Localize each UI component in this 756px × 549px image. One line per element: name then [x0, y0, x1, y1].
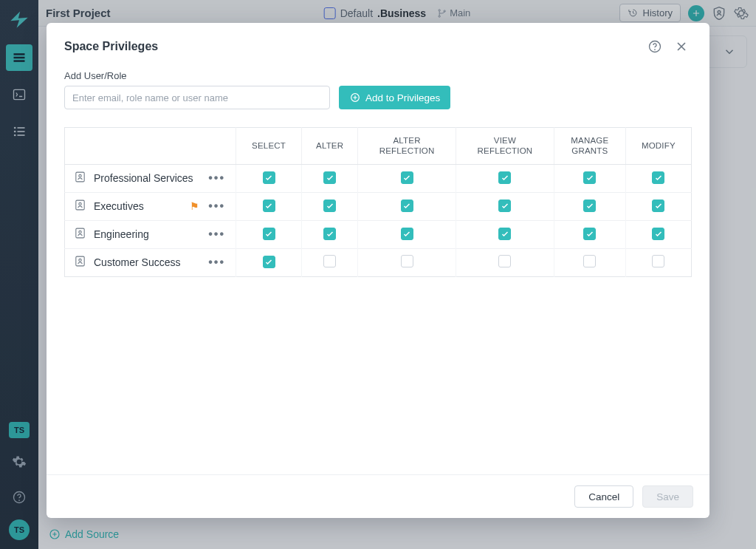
col-view-reflection: VIEWREFLECTION [456, 128, 554, 165]
col-alter-reflection: ALTERREFLECTION [358, 128, 456, 165]
checkbox-select[interactable] [263, 171, 275, 184]
space-privileges-modal: Space Privileges Add User/Role Add to Pr… [47, 23, 709, 518]
checkbox-alter[interactable] [323, 171, 336, 184]
table-row: Customer Success••• [65, 248, 692, 276]
svg-point-21 [79, 174, 81, 177]
checkbox-alter-reflection[interactable] [401, 200, 413, 212]
modal-title: Space Privileges [64, 40, 158, 53]
role-icon [74, 171, 86, 186]
modal-help-icon[interactable] [645, 36, 665, 57]
checkbox-alter[interactable] [323, 200, 336, 212]
add-user-label: Add User/Role [64, 70, 692, 81]
checkbox-alter-reflection[interactable] [401, 255, 413, 267]
role-icon [74, 255, 86, 270]
checkbox-select[interactable] [263, 228, 275, 240]
role-name: Professional Services [94, 172, 199, 184]
checkbox-modify[interactable] [652, 200, 664, 212]
table-row: Professional Services••• [65, 164, 692, 192]
checkbox-manage-grants[interactable] [583, 255, 596, 267]
checkbox-modify[interactable] [652, 171, 664, 184]
svg-point-25 [79, 231, 81, 233]
checkbox-alter[interactable] [323, 228, 336, 240]
svg-point-27 [79, 259, 81, 261]
row-menu-icon[interactable]: ••• [207, 256, 227, 269]
add-user-input[interactable] [64, 86, 330, 109]
checkbox-alter-reflection[interactable] [401, 228, 413, 240]
checkbox-select[interactable] [263, 200, 275, 212]
table-row: Engineering••• [65, 220, 692, 248]
checkbox-modify[interactable] [652, 255, 664, 267]
role-name: Engineering [94, 228, 199, 240]
col-name [65, 128, 236, 165]
checkbox-modify[interactable] [652, 228, 664, 240]
col-modify: MODIFY [625, 128, 691, 165]
checkbox-alter[interactable] [323, 255, 336, 267]
row-menu-icon[interactable]: ••• [207, 228, 227, 241]
flag-icon: ⚑ [190, 200, 199, 212]
role-icon [74, 227, 86, 242]
svg-point-23 [79, 202, 81, 205]
checkbox-manage-grants[interactable] [583, 171, 596, 184]
row-menu-icon[interactable]: ••• [207, 200, 227, 213]
role-name: Customer Success [94, 256, 199, 268]
checkbox-manage-grants[interactable] [583, 200, 596, 212]
add-to-privileges-button[interactable]: Add to Privileges [339, 86, 450, 109]
privileges-table: SELECTALTERALTERREFLECTIONVIEWREFLECTION… [64, 127, 692, 277]
save-button[interactable]: Save [642, 485, 693, 508]
checkbox-view-reflection[interactable] [498, 255, 511, 267]
col-alter: ALTER [302, 128, 358, 165]
close-icon[interactable] [671, 36, 692, 57]
cancel-button[interactable]: Cancel [574, 485, 633, 508]
row-menu-icon[interactable]: ••• [207, 171, 227, 185]
col-select: SELECT [236, 128, 302, 165]
role-name: Executives [94, 200, 182, 212]
checkbox-select[interactable] [263, 256, 275, 268]
checkbox-alter-reflection[interactable] [401, 171, 413, 184]
add-button-label: Add to Privileges [365, 92, 440, 103]
table-row: Executives⚑••• [65, 192, 692, 220]
svg-point-18 [654, 49, 656, 50]
checkbox-view-reflection[interactable] [498, 171, 511, 184]
checkbox-view-reflection[interactable] [498, 228, 511, 240]
col-manage-grants: MANAGEGRANTS [554, 128, 625, 165]
checkbox-view-reflection[interactable] [498, 200, 511, 212]
checkbox-manage-grants[interactable] [583, 228, 596, 240]
role-icon [74, 199, 86, 214]
